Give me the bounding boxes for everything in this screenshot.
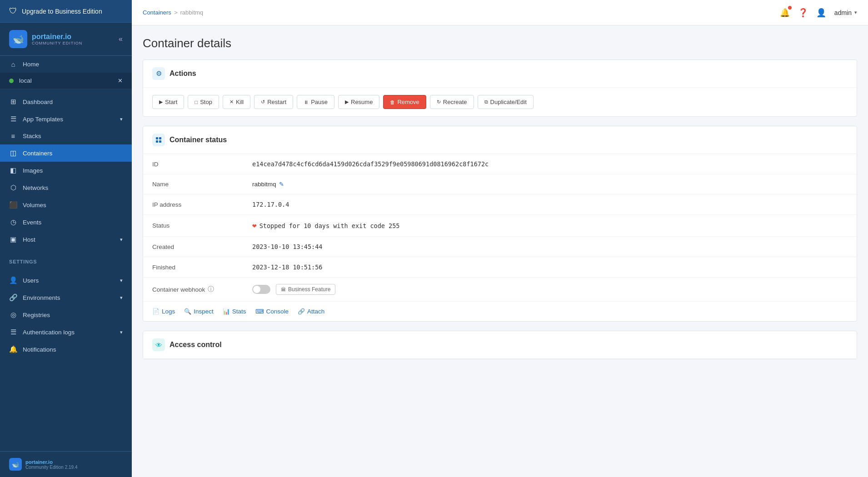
duplicate-edit-button[interactable]: ⧉ Duplicate/Edit bbox=[478, 95, 534, 109]
sidebar-item-auth-logs[interactable]: ☰ Authentication logs ▾ bbox=[0, 323, 132, 341]
resume-icon: ▶ bbox=[345, 99, 349, 105]
stacks-icon: ≡ bbox=[9, 132, 17, 140]
sidebar-item-notifications[interactable]: 🔔 Notifications bbox=[0, 341, 132, 358]
footer-logo-icon: 🐋 bbox=[9, 458, 22, 471]
footer-text: portainer.io Community Edition 2.19.4 bbox=[25, 459, 78, 470]
action-buttons-group: ▶ Start □ Stop ✕ Kill ↺ Restart bbox=[152, 95, 848, 109]
webhook-help-icon[interactable]: ⓘ bbox=[208, 285, 214, 293]
status-row-created: Created 2023-10-10 13:45:44 bbox=[143, 237, 857, 257]
app-templates-chevron: ▾ bbox=[120, 116, 123, 122]
sidebar-item-volumes[interactable]: ⬛ Volumes bbox=[0, 196, 132, 214]
restart-label: Restart bbox=[267, 99, 286, 105]
status-label-id: ID bbox=[152, 161, 252, 168]
kill-button[interactable]: ✕ Kill bbox=[223, 95, 250, 109]
start-button[interactable]: ▶ Start bbox=[152, 95, 184, 109]
sidebar-item-images[interactable]: ◧ Images bbox=[0, 162, 132, 179]
sidebar-item-networks[interactable]: ⬡ Networks bbox=[0, 179, 132, 196]
nav-section-main: ⊞ Dashboard ☰ App Templates ▾ ≡ Stacks ◫… bbox=[0, 89, 132, 253]
status-label-name: Name bbox=[152, 181, 252, 188]
users-icon: 👤 bbox=[9, 276, 17, 284]
topbar-right: 🔔 ❓ 👤 admin ▾ bbox=[780, 8, 857, 18]
container-status-card: Container status ID e14cea7d478c4cf6cd6d… bbox=[143, 126, 857, 322]
breadcrumb: Containers > rabbitmq bbox=[143, 9, 203, 16]
start-icon: ▶ bbox=[159, 99, 163, 105]
access-control-icon: 👁 bbox=[152, 338, 165, 351]
sidebar-item-dashboard[interactable]: ⊞ Dashboard bbox=[0, 93, 132, 110]
actions-card-body: ▶ Start □ Stop ✕ Kill ↺ Restart bbox=[143, 88, 857, 116]
pause-icon: ⏸ bbox=[304, 99, 309, 105]
logs-link[interactable]: 📄 Logs bbox=[152, 308, 175, 315]
status-label-status: Status bbox=[152, 222, 252, 229]
help-icon[interactable]: ❓ bbox=[798, 8, 808, 18]
pause-button[interactable]: ⏸ Pause bbox=[297, 95, 334, 109]
start-label: Start bbox=[165, 99, 177, 105]
restart-button[interactable]: ↺ Restart bbox=[254, 95, 293, 109]
remove-icon: 🗑 bbox=[390, 99, 395, 105]
stats-link[interactable]: 📊 Stats bbox=[223, 308, 246, 315]
sidebar-item-auth-logs-label: Authentication logs bbox=[23, 329, 75, 336]
sidebar-item-environments[interactable]: 🔗 Environments ▾ bbox=[0, 289, 132, 306]
attach-link[interactable]: 🔗 Attach bbox=[298, 308, 324, 315]
environments-icon: 🔗 bbox=[9, 293, 17, 302]
name-edit-icon[interactable]: ✎ bbox=[279, 181, 284, 188]
logo-area: 🐋 portainer.io COMMUNITY EDITION « bbox=[0, 23, 132, 56]
shield-icon: 🛡 bbox=[9, 6, 17, 16]
webhook-toggle[interactable] bbox=[252, 285, 270, 294]
user-menu[interactable]: admin ▾ bbox=[834, 9, 857, 16]
kill-label: Kill bbox=[236, 99, 244, 105]
settings-section-label: Settings bbox=[0, 253, 132, 267]
notification-badge bbox=[788, 6, 792, 10]
inspect-link[interactable]: 🔍 Inspect bbox=[184, 308, 214, 315]
resume-label: Resume bbox=[351, 99, 373, 105]
stop-label: Stop bbox=[200, 99, 212, 105]
notifications-bell-icon[interactable]: 🔔 bbox=[780, 8, 790, 18]
recreate-button[interactable]: ↻ Recreate bbox=[430, 95, 474, 109]
images-icon: ◧ bbox=[9, 166, 17, 174]
status-row-id: ID e14cea7d478c4cf6cd6da4159d026cdaf3529… bbox=[143, 154, 857, 174]
kill-icon: ✕ bbox=[229, 99, 234, 105]
resume-button[interactable]: ▶ Resume bbox=[338, 95, 379, 109]
webhook-row: Container webhook ⓘ 🏛 Business Feature bbox=[143, 278, 857, 302]
sidebar-item-app-templates-label: App Templates bbox=[23, 116, 63, 123]
actions-gear-icon: ⚙ bbox=[152, 67, 165, 80]
sidebar-item-networks-label: Networks bbox=[23, 184, 48, 191]
pause-label: Pause bbox=[311, 99, 328, 105]
console-icon: ⌨ bbox=[255, 308, 264, 315]
stats-icon: 📊 bbox=[223, 308, 230, 315]
inspect-icon: 🔍 bbox=[184, 308, 191, 315]
sidebar-item-home[interactable]: ⌂ Home bbox=[0, 56, 132, 73]
sidebar-item-stacks[interactable]: ≡ Stacks bbox=[0, 128, 132, 144]
duplicate-edit-icon: ⧉ bbox=[484, 99, 488, 105]
status-label-created: Created bbox=[152, 243, 252, 250]
users-chevron: ▾ bbox=[120, 278, 123, 283]
sidebar-item-users[interactable]: 👤 Users ▾ bbox=[0, 272, 132, 289]
env-status-dot bbox=[9, 79, 14, 83]
user-menu-chevron: ▾ bbox=[854, 10, 857, 15]
environments-chevron: ▾ bbox=[120, 295, 123, 301]
sidebar-footer: 🐋 portainer.io Community Edition 2.19.4 bbox=[0, 451, 132, 477]
business-feature-badge[interactable]: 🏛 Business Feature bbox=[276, 284, 335, 295]
upgrade-banner[interactable]: 🛡 Upgrade to Business Edition bbox=[0, 0, 132, 23]
user-icon[interactable]: 👤 bbox=[816, 8, 826, 18]
env-close-button[interactable]: ✕ bbox=[118, 77, 123, 84]
status-row-name: Name rabbitmq ✎ bbox=[143, 174, 857, 194]
stopped-status: ❤ Stopped for 10 days with exit code 255 bbox=[252, 221, 848, 230]
remove-button[interactable]: 🗑 Remove bbox=[383, 95, 426, 109]
sidebar-item-environments-label: Environments bbox=[23, 294, 60, 301]
console-link[interactable]: ⌨ Console bbox=[255, 308, 289, 315]
status-row-status: Status ❤ Stopped for 10 days with exit c… bbox=[143, 215, 857, 237]
footer-version: Community Edition 2.19.4 bbox=[25, 465, 78, 470]
status-value-created: 2023-10-10 13:45:44 bbox=[252, 243, 848, 250]
sidebar-item-host[interactable]: ▣ Host ▾ bbox=[0, 231, 132, 248]
logo-inner: 🐋 portainer.io COMMUNITY EDITION bbox=[9, 30, 82, 48]
sidebar-item-app-templates[interactable]: ☰ App Templates ▾ bbox=[0, 110, 132, 128]
breadcrumb-parent[interactable]: Containers bbox=[143, 9, 171, 16]
actions-card-header: ⚙ Actions bbox=[143, 60, 857, 88]
sidebar-item-registries[interactable]: ◎ Registries bbox=[0, 306, 132, 323]
sidebar-item-volumes-label: Volumes bbox=[23, 202, 46, 209]
sidebar-item-containers[interactable]: ◫ Containers bbox=[0, 144, 132, 162]
stop-button[interactable]: □ Stop bbox=[188, 95, 219, 109]
logs-icon: 📄 bbox=[152, 308, 160, 315]
sidebar-collapse-button[interactable]: « bbox=[119, 35, 123, 43]
sidebar-item-events[interactable]: ◷ Events bbox=[0, 214, 132, 231]
